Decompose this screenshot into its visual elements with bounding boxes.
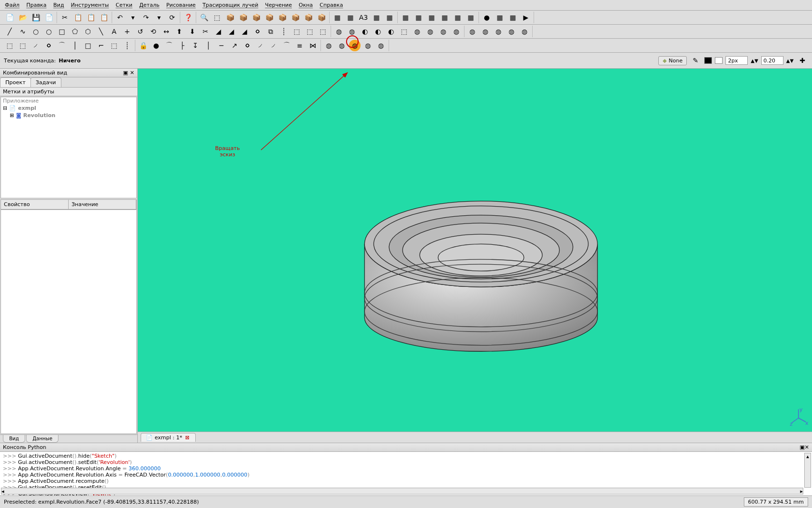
toolbar-btn-r3-g2-i3[interactable]: ◍ [362,40,374,51]
menu-Деталь[interactable]: Деталь [136,1,162,9]
toolbar-btn-r1-g4-i8[interactable]: 📦 [303,12,314,23]
toolbar-btn-r3-g0-i1[interactable]: ⬚ [17,40,29,51]
menu-Рисование[interactable]: Рисование [163,1,199,9]
menu-Инструменты[interactable]: Инструменты [68,1,112,9]
scrollbar-horizontal[interactable]: ◂▸ [1,488,803,494]
toolbar-btn-r2-g0-i8[interactable]: A [108,26,120,37]
toolbar-btn-r2-g0-i22[interactable]: ⬚ [291,26,303,37]
eyedropper-icon[interactable]: ✎ [690,55,701,66]
construction-mode-icon[interactable]: ✚ [797,55,808,66]
line-color-swatch[interactable] [704,57,712,64]
toolbar-btn-r2-g0-i2[interactable]: ○ [30,26,42,37]
close-icon[interactable]: ✕ [130,70,134,76]
toolbar-btn-r3-g0-i9[interactable]: ┊ [121,40,133,51]
toolbar-btn-r2-g0-i20[interactable]: ⧉ [265,26,276,37]
toolbar-btn-r3-g1-i9[interactable]: ⟋ [255,40,266,51]
toolbar-btn-r1-g6-i2[interactable]: ▦ [426,12,437,23]
toolbar-btn-r1-g2-i2[interactable]: ↷ [140,12,152,23]
toolbar-btn-r2-g2-i0[interactable]: ◍ [466,26,478,37]
menu-Трасировщик лучей[interactable]: Трасировщик лучей [200,1,261,9]
toolbar-btn-r2-g0-i1[interactable]: ∿ [17,26,29,37]
toolbar-btn-r1-g0-i2[interactable]: 💾 [30,12,42,23]
toolbar-btn-r3-g1-i7[interactable]: ↗ [229,40,240,51]
toolbar-btn-r1-g6-i1[interactable]: ▦ [413,12,424,23]
close-icon[interactable]: ⊠ [184,434,190,441]
toolbar-btn-r3-g1-i4[interactable]: ↧ [189,40,201,51]
menu-Справка[interactable]: Справка [317,1,346,9]
toolbar-btn-r3-g1-i6[interactable]: ─ [216,40,227,51]
toolbar-btn-r2-g0-i23[interactable]: ⬚ [304,26,316,37]
undock-icon[interactable]: ▣ [799,444,804,450]
line-width-input[interactable]: 2px [725,56,748,65]
toolbar-btn-r1-g1-i1[interactable]: 📋 [72,12,84,23]
menu-Окна[interactable]: Окна [296,1,316,9]
toolbar-btn-r1-g0-i3[interactable]: 📄 [43,12,55,23]
toolbar-btn-r3-g1-i5[interactable]: │ [203,40,214,51]
toolbar-btn-r2-g0-i4[interactable]: □ [56,26,68,37]
toolbar-btn-r1-g4-i2[interactable]: 📦 [224,12,236,23]
toolbar-btn-r1-g4-i7[interactable]: 📦 [290,12,301,23]
toolbar-btn-r2-g2-i4[interactable]: ◍ [519,26,530,37]
toolbar-btn-r1-g5-i3[interactable]: ▦ [371,12,382,23]
toolbar-btn-r3-g1-i13[interactable]: ⋈ [307,40,319,51]
toolbar-btn-r2-g0-i12[interactable]: ↔ [160,26,172,37]
toolbar-btn-r1-g1-i0[interactable]: ✂ [59,12,71,23]
toolbar-btn-r2-g1-i3[interactable]: ◐ [372,26,384,37]
toolbar-btn-r2-g0-i17[interactable]: ◢ [226,26,237,37]
toolbar-btn-r3-g0-i8[interactable]: ⬚ [108,40,120,51]
toolbar-btn-r1-g5-i0[interactable]: ▦ [332,12,343,23]
toolbar-btn-r1-g1-i2[interactable]: 📋 [85,12,97,23]
toolbar-btn-r1-g4-i3[interactable]: 📦 [237,12,249,23]
toolbar-btn-r2-g1-i9[interactable]: ◍ [450,26,462,37]
toolbar-btn-r1-g4-i1[interactable]: ⬚ [211,12,223,23]
tree-node-revolution[interactable]: ⊞ ◙ Revolution [8,112,136,119]
toolbar-btn-r1-g6-i3[interactable]: ▦ [439,12,450,23]
toolbar-btn-r2-g1-i6[interactable]: ◍ [411,26,423,37]
toolbar-btn-r1-g0-i0[interactable]: 📄 [4,12,15,23]
toolbar-btn-r3-g0-i0[interactable]: ⬚ [4,40,15,51]
view-tab-doc[interactable]: 📄 exmpl : 1* ⊠ [141,433,196,442]
toolbar-btn-r1-g2-i4[interactable]: ⟳ [166,12,178,23]
toolbar-btn-r2-g0-i0[interactable]: ╱ [4,26,15,37]
tree-node-doc[interactable]: ⊟ 📄 exmpl [1,105,136,112]
3d-viewport[interactable]: Вращать эскиз y x z 📄 exmpl : 1* ⊠ [138,69,812,443]
toolbar-btn-r2-g1-i4[interactable]: ◐ [385,26,397,37]
menu-Вид[interactable]: Вид [50,1,67,9]
toolbar-btn-r2-g0-i24[interactable]: ⬚ [317,26,329,37]
toolbar-btn-r2-g0-i21[interactable]: ┊ [278,26,290,37]
menu-Сетки[interactable]: Сетки [113,1,135,9]
toolbar-btn-r1-g7-i3[interactable]: ▶ [520,12,532,23]
toolbar-btn-r2-g2-i2[interactable]: ◍ [493,26,504,37]
toolbar-btn-r2-g0-i6[interactable]: ⬡ [82,26,94,37]
toolbar-btn-r1-g5-i2[interactable]: A3 [358,12,369,23]
toolbar-btn-r1-g7-i0[interactable]: ● [481,12,493,23]
toolbar-btn-r1-g2-i0[interactable]: ↶ [114,12,126,23]
toolbar-btn-r1-g3-i0[interactable]: ❓ [182,12,194,23]
toolbar-btn-r3-g0-i5[interactable]: │ [69,40,81,51]
toolbar-btn-r2-g2-i3[interactable]: ◍ [506,26,517,37]
toolbar-btn-r2-g1-i0[interactable]: ◍ [333,26,345,37]
toolbar-btn-r3-g2-i1[interactable]: ◍ [336,40,348,51]
numeric-input[interactable]: 0.20 [761,56,783,65]
toolbar-btn-r1-g1-i3[interactable]: 📋 [98,12,110,23]
toolbar-btn-r2-g1-i1[interactable]: ◍ [346,26,358,37]
toolbar-btn-r2-g0-i10[interactable]: ↺ [134,26,146,37]
toolbar-btn-r3-g1-i2[interactable]: ⌒ [163,40,175,51]
toolbar-btn-r3-g2-i4[interactable]: ◍ [375,40,387,51]
toolbar-btn-r2-g1-i5[interactable]: ⬚ [398,26,410,37]
toolbar-btn-r3-g1-i0[interactable]: 🔒 [137,40,149,51]
toolbar-btn-r3-g1-i1[interactable]: ● [150,40,162,51]
close-icon[interactable]: ✕ [805,444,809,450]
toolbar-btn-r3-g0-i6[interactable]: □ [82,40,94,51]
toolbar-btn-r1-g2-i3[interactable]: ▾ [153,12,165,23]
toolbar-btn-r1-g6-i4[interactable]: ▦ [452,12,464,23]
toolbar-btn-r3-g1-i10[interactable]: ⟋ [268,40,279,51]
toolbar-btn-r2-g0-i7[interactable]: ╲ [95,26,107,37]
toolbar-btn-r2-g1-i2[interactable]: ◐ [359,26,371,37]
toolbar-btn-r3-g0-i3[interactable]: ⭘ [43,40,55,51]
menu-Файл[interactable]: Файл [2,1,22,9]
toolbar-btn-r1-g7-i2[interactable]: ▦ [507,12,519,23]
toolbar-btn-r1-g5-i4[interactable]: ▦ [384,12,395,23]
toolbar-btn-r1-g5-i1[interactable]: ▦ [345,12,356,23]
toolbar-btn-r1-g6-i0[interactable]: ▦ [400,12,411,23]
